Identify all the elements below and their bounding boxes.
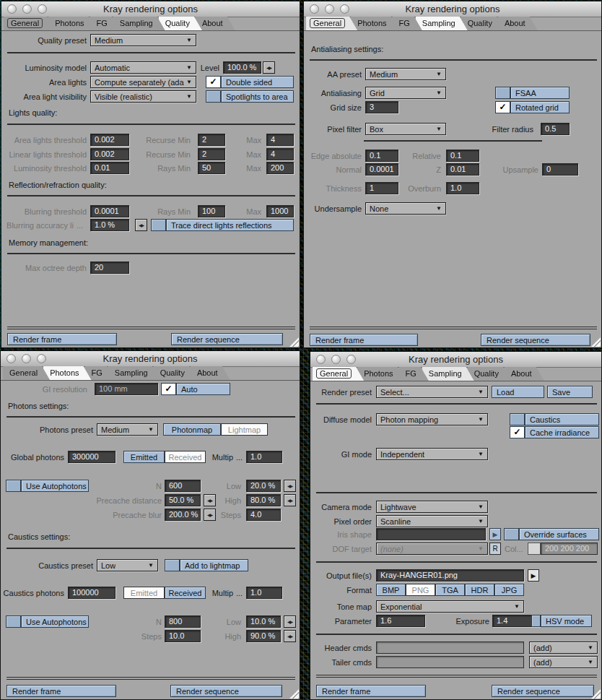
render-frame-button[interactable]: Render frame xyxy=(310,334,418,346)
max-octree-depth-field[interactable]: 20 xyxy=(90,262,129,274)
blurring-accuracy-field[interactable]: 1.0 % xyxy=(90,219,129,231)
stepper-icon[interactable]: ◀▶ xyxy=(263,61,275,74)
zoom-button[interactable] xyxy=(340,4,349,14)
close-button[interactable] xyxy=(316,355,326,364)
titlebar[interactable]: Kray rendering options xyxy=(1,1,300,17)
aa-preset-dropdown[interactable]: Medium▼ xyxy=(365,68,446,80)
minimize-button[interactable] xyxy=(22,354,31,363)
tab-quality[interactable]: Quality xyxy=(468,367,511,381)
caustics-photons-field[interactable]: 100000 xyxy=(68,587,115,599)
rays-min-field[interactable]: 100 xyxy=(198,205,225,217)
format-hdr-button[interactable]: HDR xyxy=(465,584,494,596)
spotlights-to-area-checkbox[interactable] xyxy=(206,90,221,103)
stepper-icon[interactable]: ◀▶ xyxy=(204,509,216,521)
tab-photons[interactable]: Photons xyxy=(351,17,398,30)
filter-radius-field[interactable]: 0.5 xyxy=(541,123,570,135)
minimize-button[interactable] xyxy=(331,355,341,364)
luminosity-model-dropdown[interactable]: Automatic▼ xyxy=(90,61,196,74)
rotated-grid-checkbox[interactable]: ✓ xyxy=(495,101,510,113)
override-surfaces-checkbox[interactable] xyxy=(504,528,519,540)
override-surfaces-button[interactable]: Override surfaces xyxy=(519,528,599,540)
fsaa-checkbox[interactable] xyxy=(495,87,510,99)
format-bmp-button[interactable]: BMP xyxy=(376,584,406,596)
format-tga-button[interactable]: TGA xyxy=(435,584,465,596)
max-field[interactable]: 4 xyxy=(266,134,294,146)
close-button[interactable] xyxy=(7,4,17,14)
level-field[interactable]: 100.0 % xyxy=(223,61,261,74)
stepper-icon[interactable]: ◀▶ xyxy=(284,480,296,492)
window-sampling[interactable]: Kray rendering options General Photons F… xyxy=(303,1,602,348)
antialiasing-dropdown[interactable]: Grid▼ xyxy=(365,87,446,99)
max-field[interactable]: 1000 xyxy=(266,205,294,217)
tailer-cmds-add-dropdown[interactable]: (add)▼ xyxy=(529,656,598,668)
tab-general[interactable]: General xyxy=(306,17,357,30)
double-sided-checkbox[interactable]: ✓ xyxy=(206,76,221,88)
resize-grip[interactable] xyxy=(289,689,299,699)
caustics-preset-dropdown[interactable]: Low▼ xyxy=(97,559,158,571)
render-sequence-button[interactable]: Render sequence xyxy=(170,685,282,697)
n-field[interactable]: 800 xyxy=(165,615,201,628)
use-autophotons-button[interactable]: Use Autophotons xyxy=(21,480,89,492)
tab-general[interactable]: General xyxy=(4,17,55,30)
load-button[interactable]: Load xyxy=(492,386,544,398)
precache-blur-field[interactable]: 200.0 % xyxy=(165,509,201,521)
use-autophotons-checkbox[interactable] xyxy=(6,615,21,628)
stepper-icon[interactable]: ◀▶ xyxy=(284,630,296,642)
tab-sampling[interactable]: Sampling xyxy=(416,17,468,30)
window-photons[interactable]: Kray rendering options General Photons F… xyxy=(0,350,300,700)
trace-direct-checkbox[interactable] xyxy=(151,219,166,231)
spotlights-to-area-button[interactable]: Spotlights to area xyxy=(221,90,294,103)
stepper-icon[interactable]: ◀▶ xyxy=(204,494,216,506)
format-jpg-button[interactable]: JPG xyxy=(494,584,524,596)
tab-quality[interactable]: Quality xyxy=(159,17,202,30)
undersample-dropdown[interactable]: None▼ xyxy=(365,202,446,215)
minimize-button[interactable] xyxy=(325,4,334,14)
z-field[interactable]: 0.01 xyxy=(446,163,479,176)
minimize-button[interactable] xyxy=(22,4,32,14)
emitted-toggle[interactable]: Emitted xyxy=(123,587,165,599)
pixel-order-dropdown[interactable]: Scanline▼ xyxy=(376,515,488,527)
resize-grip[interactable] xyxy=(591,337,601,347)
steps-field[interactable]: 4.0 xyxy=(246,509,281,521)
recurse-min-field[interactable]: 2 xyxy=(198,134,225,146)
tab-photons[interactable]: Photons xyxy=(43,366,91,380)
color-swatch[interactable] xyxy=(528,543,541,555)
grid-size-field[interactable]: 3 xyxy=(365,101,398,113)
camera-mode-dropdown[interactable]: Lightwave▼ xyxy=(376,501,488,513)
double-sided-button[interactable]: Double sided xyxy=(221,76,294,88)
caustics-button[interactable]: Caustics xyxy=(525,413,599,425)
color-value-field[interactable]: 200 200 200 xyxy=(541,543,598,555)
cache-irradiance-checkbox[interactable]: ✓ xyxy=(510,426,525,438)
auto-checkbox[interactable]: ✓ xyxy=(161,383,176,395)
output-browse-button[interactable]: ▶ xyxy=(528,569,539,582)
fsaa-button[interactable]: FSAA xyxy=(510,87,570,99)
low-field[interactable]: 10.0 % xyxy=(246,615,281,628)
dof-target-dropdown[interactable]: (none)▼ xyxy=(376,543,488,555)
render-sequence-button[interactable]: Render sequence xyxy=(492,685,594,697)
high-field[interactable]: 80.0 % xyxy=(246,494,281,506)
lightmap-toggle[interactable]: Lightmap xyxy=(221,423,268,436)
render-sequence-button[interactable]: Render sequence xyxy=(481,334,590,346)
close-button[interactable] xyxy=(6,354,16,363)
upsample-field[interactable]: 0 xyxy=(542,163,578,176)
rotated-grid-button[interactable]: Rotated grid xyxy=(510,101,570,113)
tab-sampling[interactable]: Sampling xyxy=(108,366,160,380)
resize-grip[interactable] xyxy=(289,337,299,347)
r-button[interactable]: R xyxy=(489,543,501,555)
photons-preset-dropdown[interactable]: Medium▼ xyxy=(97,423,158,436)
luminosity-threshold-field[interactable]: 0.01 xyxy=(90,162,129,174)
cache-irradiance-button[interactable]: Cache irradiance xyxy=(525,426,599,438)
low-field[interactable]: 20.0 % xyxy=(246,480,281,492)
render-frame-button[interactable]: Render frame xyxy=(7,333,117,345)
tailer-cmds-field[interactable] xyxy=(376,656,524,668)
window-quality[interactable]: Kray rendering options General Photons F… xyxy=(1,1,300,348)
caustics-checkbox[interactable] xyxy=(510,413,525,425)
titlebar[interactable]: Kray rendering options xyxy=(310,352,601,368)
stepper-icon[interactable]: ◀▶ xyxy=(135,219,147,231)
tab-photons[interactable]: Photons xyxy=(48,17,96,30)
high-field[interactable]: 90.0 % xyxy=(246,630,281,642)
auto-button[interactable]: Auto xyxy=(176,383,230,395)
rays-min-field[interactable]: 50 xyxy=(198,162,225,174)
tab-general[interactable]: General xyxy=(3,366,50,380)
render-frame-button[interactable]: Render frame xyxy=(6,685,116,697)
